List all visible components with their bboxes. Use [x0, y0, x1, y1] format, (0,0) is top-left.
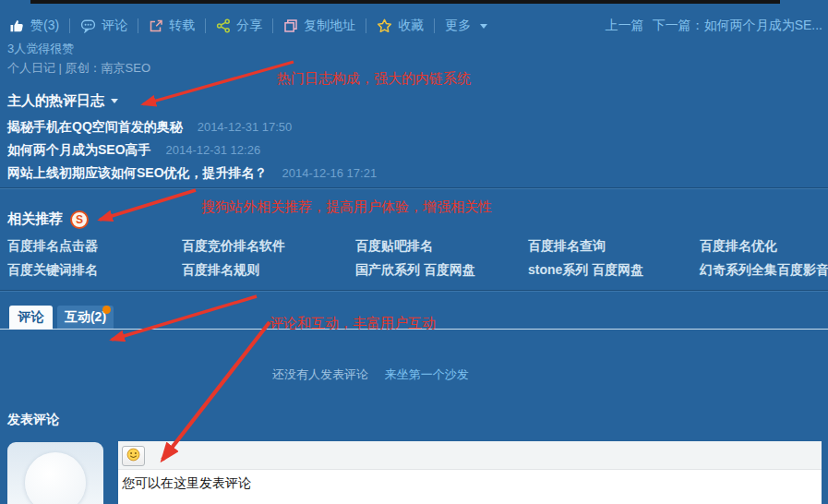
no-comments-text: 还没有人发表评论 [272, 367, 368, 381]
post-comment-title: 发表评论 [7, 412, 59, 428]
hot-post-link[interactable]: 如何两个月成为SEO高手 [7, 142, 151, 157]
section-divider [0, 187, 828, 188]
share-icon [216, 18, 231, 33]
related-link[interactable]: 百度贴吧排名 [355, 238, 433, 255]
emoji-button[interactable] [122, 446, 145, 466]
related-link[interactable]: 百度排名优化 [700, 238, 777, 255]
tab-comments[interactable]: 评论 [9, 306, 53, 330]
copy-link-button[interactable]: 复制地址 [283, 18, 355, 34]
annotation-related: 搜狗站外相关推荐，提高用户体验，增强相关性 [201, 198, 492, 216]
comment-editor[interactable]: 您可以在这里发表评论 [118, 441, 822, 504]
top-banner-edge [30, 0, 780, 4]
comment-input[interactable]: 您可以在这里发表评论 [122, 475, 251, 492]
notification-dot [102, 306, 111, 314]
smiley-icon [126, 448, 140, 465]
likes-count-text: 3人觉得很赞 [7, 41, 74, 57]
toolbar-divider [69, 18, 70, 33]
comment-button[interactable]: 评论 [80, 18, 127, 34]
favorite-label: 收藏 [398, 18, 424, 34]
avatar [7, 442, 103, 504]
hot-post-link[interactable]: 揭秘手机在QQ空间首发的奥秘 [7, 119, 183, 134]
share-button[interactable]: 分享 [216, 18, 262, 34]
related-link[interactable]: 百度关键词排名 [7, 262, 98, 279]
hot-post-date: 2014-12-31 12:26 [165, 143, 260, 157]
hot-post-link[interactable]: 网站上线初期应该如何SEO优化，提升排名？ [7, 165, 268, 180]
toolbar-divider [272, 18, 273, 33]
star-icon [377, 18, 392, 33]
toolbar-divider [366, 18, 366, 33]
comment-icon [80, 18, 96, 33]
avatar-placeholder-circle [25, 452, 86, 504]
related-link[interactable]: 百度排名规则 [182, 262, 259, 279]
related-link[interactable]: 幻奇系列全集百度影音 [700, 262, 828, 279]
arrow-hot-posts [143, 62, 294, 104]
hot-posts-title: 主人的热评日志 [7, 92, 104, 110]
hot-posts-header[interactable]: 主人的热评日志 [7, 92, 118, 110]
hot-post-row: 如何两个月成为SEO高手 2014-12-31 12:26 [7, 142, 260, 159]
section-divider [0, 290, 828, 291]
action-toolbar: 赞(3) 评论 转载 分享 复制地址 收藏 更多 [9, 14, 487, 38]
like-label: 赞(3) [30, 18, 59, 34]
related-link[interactable]: stone系列 百度网盘 [528, 262, 643, 279]
related-link[interactable]: 国产欣系列 百度网盘 [355, 262, 475, 279]
chevron-down-icon [480, 24, 487, 29]
sogou-icon: S [70, 210, 89, 229]
author-link[interactable]: 南京SEO [102, 61, 150, 75]
arrow-related [100, 190, 196, 220]
post-meta-line: 个人日记 | 原创：南京SEO [7, 60, 150, 77]
empty-comments-row: 还没有人发表评论 来坐第一个沙发 [272, 366, 469, 383]
share-label: 分享 [236, 18, 262, 34]
blog-footer-page: { "toolbar": { "items": [ { "label": "赞(… [0, 0, 828, 504]
copy-link-icon [283, 18, 298, 33]
toolbar-divider [434, 18, 435, 33]
toolbar-divider [205, 18, 206, 33]
editor-toolbar [118, 441, 822, 470]
toolbar-divider [138, 18, 138, 33]
next-post-link[interactable]: 下一篇：如何两个月成为SE... [653, 18, 822, 34]
copy-link-label: 复制地址 [304, 18, 355, 34]
favorite-button[interactable]: 收藏 [377, 18, 424, 34]
hot-post-date: 2014-12-16 17:21 [282, 166, 377, 180]
repost-icon [149, 18, 163, 33]
arrow-comment-box [162, 322, 270, 460]
first-sofa-link[interactable]: 来坐第一个沙发 [385, 367, 469, 381]
repost-button[interactable]: 转载 [149, 18, 195, 34]
annotation-hot-posts: 热门日志构成，强大的内链系统 [277, 70, 471, 88]
annotation-tabs: 评论和互动，丰富用户互动 [270, 315, 436, 332]
related-title: 相关推荐 [7, 210, 63, 228]
more-label: 更多 [445, 18, 471, 34]
comment-label: 评论 [102, 18, 127, 34]
related-link[interactable]: 百度排名点击器 [7, 238, 98, 255]
arrow-tabs [112, 296, 257, 340]
thumb-up-icon [9, 18, 25, 33]
hot-post-row: 网站上线初期应该如何SEO优化，提升排名？ 2014-12-16 17:21 [7, 165, 377, 182]
hot-post-row: 揭秘手机在QQ空间首发的奥秘 2014-12-31 17:50 [7, 119, 292, 136]
post-navigation: 上一篇 下一篇：如何两个月成为SE... [606, 18, 822, 34]
chevron-down-icon [111, 99, 118, 103]
prev-post-link[interactable]: 上一篇 [606, 18, 644, 34]
category-text: 个人日记 | 原创： [7, 61, 102, 75]
hot-post-date: 2014-12-31 17:50 [198, 120, 293, 134]
more-button[interactable]: 更多 [445, 18, 487, 34]
related-link[interactable]: 百度竞价排名软件 [182, 238, 285, 255]
like-button[interactable]: 赞(3) [9, 18, 59, 34]
repost-label: 转载 [169, 18, 195, 34]
related-link[interactable]: 百度排名查询 [528, 238, 606, 255]
